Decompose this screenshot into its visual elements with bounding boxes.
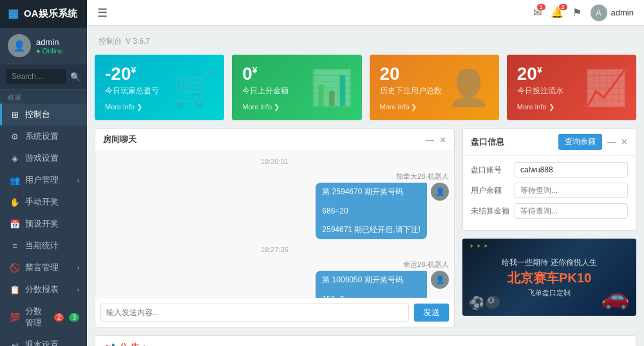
sidebar-item-game-settings[interactable]: ◈ 游戏设置 xyxy=(0,147,87,169)
stat-icon-1: 📊 xyxy=(310,68,353,108)
sidebar-item-label: 手动开奖 xyxy=(25,196,59,208)
balance-label: 用户余额 xyxy=(471,185,509,196)
middle-row: 房间聊天 — ✕ 18:30:01 加拿大28-机器人 第 2594670 期开… xyxy=(95,128,636,327)
page-title: 控制台V 3.6.7 xyxy=(95,33,636,47)
盘口-header: 盘口信息 查询余额 — ✕ xyxy=(463,129,636,156)
main-content: ☰ ✉ 1 🔔 2 ⚑ A admin 控制台V 3.6.7 -20¥ xyxy=(87,0,644,346)
chat-close-button[interactable]: ✕ xyxy=(439,135,446,145)
sidebar-logo-text: OA娱乐系统 xyxy=(24,8,77,20)
sidebar-item-refund-settings[interactable]: ↩ 退水设置 xyxy=(0,334,87,346)
banner-title: 北京赛车PK10 xyxy=(502,269,596,287)
announce-title: 📢 公 告： xyxy=(104,342,627,346)
stat-icon-2: 👤 xyxy=(447,68,490,108)
user-status: ● Online xyxy=(36,47,63,55)
stat-card-1: 0¥ 今日上分金额 More info ❯ 📊 xyxy=(232,55,361,120)
query-balance-button[interactable]: 查询余额 xyxy=(558,134,602,150)
topbar: ☰ ✉ 1 🔔 2 ⚑ A admin xyxy=(87,0,644,26)
chat-minimize-button[interactable]: — xyxy=(426,135,434,145)
sidebar-item-current-stats[interactable]: ≡ 当期统计 xyxy=(0,235,87,257)
stat-card-3: 20¥ 今日投注流水 More info ❯ 📈 xyxy=(507,55,636,120)
sidebar-item-label: 当期统计 xyxy=(25,240,59,251)
sidebar-item-ban-management[interactable]: 🚫 禁言管理 › xyxy=(0,257,87,278)
search-button[interactable]: 🔍 xyxy=(70,72,80,82)
manual-lottery-icon: ✋ xyxy=(10,197,20,207)
user-name: admin xyxy=(36,37,63,47)
sidebar-item-label: 系统设置 xyxy=(25,131,59,142)
score-badge1: 2 xyxy=(54,313,64,322)
ban-management-icon: 🚫 xyxy=(10,263,20,273)
bell-badge: 2 xyxy=(559,4,567,10)
mail-badge: 1 xyxy=(537,4,545,10)
chat-title: 房间聊天 xyxy=(103,134,137,145)
unsettled-input[interactable] xyxy=(515,203,628,219)
dashboard-icon: ⊞ xyxy=(10,110,20,120)
banner-desc: 飞单盘口定制 xyxy=(502,288,596,298)
dashboard-body: 控制台V 3.6.7 -20¥ 今日玩家总盈亏 More info ❯ 🛒 0¥… xyxy=(87,26,644,346)
chat-messages: 18:30:01 加拿大28-机器人 第 2594670 期开奖号码 686=2… xyxy=(95,151,454,298)
mail-button[interactable]: ✉ 1 xyxy=(533,6,542,19)
user-info: admin ● Online xyxy=(36,37,63,55)
announce-panel: 📢 公 告： 2018-05-22 增加分时段机器人在线随机人数 2018-05… xyxy=(95,335,636,346)
sidebar: ▦ OA娱乐系统 👤 admin ● Online 🔍 机器 ⊞ 控制台 ⚙ 系… xyxy=(0,0,87,346)
盘口-body: 盘口账号 用户余额 未结算金额 xyxy=(463,156,636,230)
chevron-right-icon2: › xyxy=(77,286,79,293)
chat-time-2: 18:27:26 xyxy=(100,246,449,253)
balance-input[interactable] xyxy=(515,183,628,198)
盘口-close-button[interactable]: ✕ xyxy=(621,134,628,150)
form-row-balance: 用户余额 xyxy=(471,183,628,198)
chat-input[interactable] xyxy=(100,304,409,322)
account-input[interactable] xyxy=(515,162,628,178)
stat-icon-0: 🛒 xyxy=(172,68,215,108)
msg-row-2: 第 1009050 期开奖号码 151=7 1009051 期已经开启,请下注!… xyxy=(316,271,449,298)
chevron-down-icon: › xyxy=(77,177,79,184)
sidebar-item-manual-lottery[interactable]: ✋ 手动开奖 xyxy=(0,191,87,213)
chat-input-row: 发送 xyxy=(95,298,454,327)
sidebar-item-label: 游戏设置 xyxy=(25,152,59,164)
stat-icon-3: 📈 xyxy=(584,68,627,108)
preset-lottery-icon: 📅 xyxy=(10,219,20,229)
form-row-unsettled: 未结算金额 xyxy=(471,203,628,219)
sidebar-item-label: 控制台 xyxy=(25,109,50,120)
chat-message-2: 幸运28-机器人 第 1009050 期开奖号码 151=7 1009051 期… xyxy=(100,260,449,298)
chat-panel-header: 房间聊天 — ✕ xyxy=(95,129,454,151)
banner-stars: ✦ ✦ ✦ xyxy=(469,242,488,250)
topbar-user[interactable]: A admin xyxy=(591,5,634,21)
盘口-minimize-button[interactable]: — xyxy=(607,134,616,150)
menu-toggle-button[interactable]: ☰ xyxy=(97,6,108,20)
msg-sender-1: 加拿大28-机器人 xyxy=(396,172,449,181)
sidebar-logo: ▦ OA娱乐系统 xyxy=(0,0,87,28)
banner-balls: ⚽🎱 xyxy=(469,295,501,311)
stat-card-0: -20¥ 今日玩家总盈亏 More info ❯ 🛒 xyxy=(95,55,224,120)
msg-bubble-1: 第 2594670 期开奖号码 686=20 2594671 期已经开启,请下注… xyxy=(316,183,427,239)
chevron-right-icon: › xyxy=(77,264,79,271)
盘口-header-buttons: 查询余额 — ✕ xyxy=(558,134,628,150)
flag-button[interactable]: ⚑ xyxy=(573,6,582,19)
sidebar-item-dashboard[interactable]: ⊞ 控制台 xyxy=(0,104,87,125)
sidebar-item-label: 退水设置 xyxy=(25,339,59,346)
sidebar-user: 👤 admin ● Online xyxy=(0,28,87,64)
system-settings-icon: ⚙ xyxy=(10,132,20,141)
banner-line1: 给我一些期待 还你偷悦人生 xyxy=(502,257,596,268)
sidebar-item-preset-lottery[interactable]: 📅 预设开奖 xyxy=(0,213,87,235)
user-management-icon: 👥 xyxy=(10,176,20,185)
sidebar-item-score-table[interactable]: 📋 分数报表 › xyxy=(0,278,87,300)
avatar: 👤 xyxy=(8,34,31,57)
盘口-panel: 盘口信息 查询余额 — ✕ 盘口账号 用户余额 xyxy=(462,128,636,231)
game-settings-icon: ◈ xyxy=(10,154,20,163)
stat-cards: -20¥ 今日玩家总盈亏 More info ❯ 🛒 0¥ 今日上分金额 Mor… xyxy=(95,55,636,120)
sidebar-item-score-management[interactable]: 💯 分数管理 2 3 xyxy=(0,300,87,334)
chat-panel: 房间聊天 — ✕ 18:30:01 加拿大28-机器人 第 2594670 期开… xyxy=(95,128,455,327)
sidebar-item-user-management[interactable]: 👥 用户管理 › xyxy=(0,169,87,191)
sidebar-item-label: 分数报表 xyxy=(25,284,59,295)
msg-row-1: 第 2594670 期开奖号码 686=20 2594671 期已经开启,请下注… xyxy=(316,183,449,239)
score-badge2: 3 xyxy=(69,313,79,322)
chat-send-button[interactable]: 发送 xyxy=(414,304,449,322)
topbar-right: ✉ 1 🔔 2 ⚑ A admin xyxy=(533,5,634,21)
盘口-title: 盘口信息 xyxy=(471,136,504,148)
refund-settings-icon: ↩ xyxy=(10,340,20,347)
sidebar-item-label: 预设开奖 xyxy=(25,218,59,230)
sidebar-item-system-settings[interactable]: ⚙ 系统设置 xyxy=(0,125,87,147)
search-input[interactable] xyxy=(6,69,66,84)
bell-button[interactable]: 🔔 2 xyxy=(551,6,564,19)
stat-card-2: 20 历史下注用户总数 More info ❯ 👤 xyxy=(370,55,499,120)
